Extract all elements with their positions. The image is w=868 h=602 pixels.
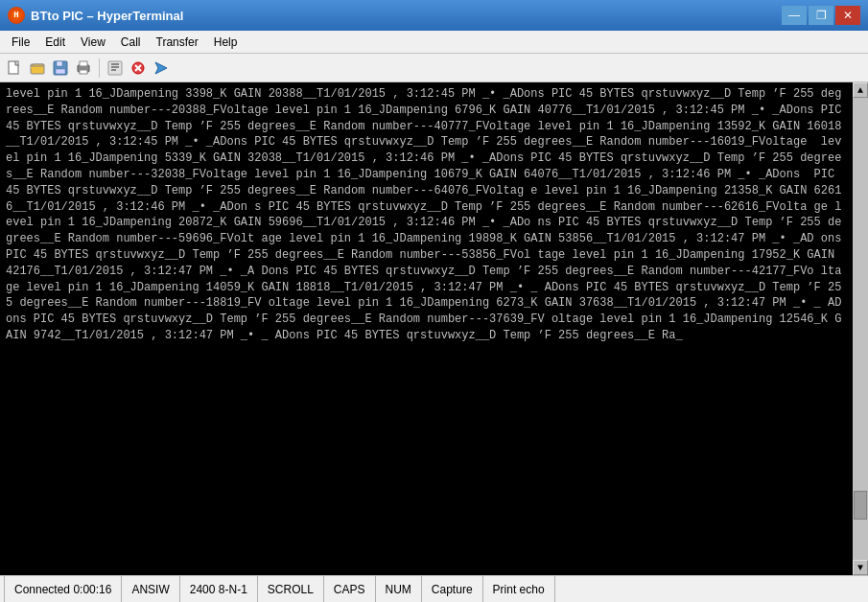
status-scroll[interactable]: SCROLL (258, 576, 324, 602)
minimize-button[interactable]: — (782, 6, 807, 25)
toolbar-properties-button[interactable] (105, 58, 126, 79)
toolbar-open-button[interactable] (27, 58, 48, 79)
titlebar-controls: — ❐ ✕ (782, 6, 860, 25)
status-print-echo[interactable]: Print echo (483, 576, 555, 602)
svg-rect-5 (56, 69, 65, 74)
status-capture[interactable]: Capture (422, 576, 483, 602)
scrollbar-up-arrow[interactable]: ▲ (853, 82, 868, 98)
terminal-output[interactable]: level pin 1 16_JDampening 3398_K GAIN 20… (0, 82, 853, 575)
menu-file[interactable]: File (4, 34, 37, 51)
svg-marker-16 (155, 62, 167, 74)
toolbar (0, 54, 868, 82)
menu-transfer[interactable]: Transfer (149, 34, 206, 51)
menu-help[interactable]: Help (206, 34, 246, 51)
toolbar-save-button[interactable] (50, 58, 71, 79)
svg-rect-9 (108, 61, 122, 75)
scrollbar-down-arrow[interactable]: ▼ (853, 560, 868, 575)
scrollbar-thumb[interactable] (854, 491, 867, 520)
status-baud: 2400 8-N-1 (180, 576, 258, 602)
svg-rect-7 (80, 61, 87, 66)
terminal-container: level pin 1 16_JDampening 3398_K GAIN 20… (0, 82, 868, 575)
maximize-button[interactable]: ❐ (809, 6, 833, 25)
menubar: File Edit View Call Transfer Help (0, 31, 868, 54)
close-button[interactable]: ✕ (835, 6, 860, 25)
toolbar-send-button[interactable] (151, 58, 172, 79)
menu-view[interactable]: View (73, 34, 113, 51)
titlebar: H BTto PIC – HyperTerminal — ❐ ✕ (0, 0, 868, 31)
scrollbar-track[interactable] (853, 98, 868, 560)
toolbar-new-button[interactable] (4, 58, 25, 79)
menu-edit[interactable]: Edit (37, 34, 73, 51)
svg-rect-4 (57, 61, 62, 66)
svg-rect-8 (80, 70, 87, 74)
menu-call[interactable]: Call (113, 34, 149, 51)
status-connected: Connected 0:00:16 (4, 576, 122, 602)
statusbar: Connected 0:00:16 ANSIW 2400 8-N-1 SCROL… (0, 575, 868, 602)
toolbar-print-button[interactable] (73, 58, 94, 79)
status-encoding: ANSIW (122, 576, 179, 602)
terminal-scrollbar[interactable]: ▲ ▼ (853, 82, 868, 575)
status-num[interactable]: NUM (376, 576, 422, 602)
status-caps[interactable]: CAPS (324, 576, 376, 602)
toolbar-separator-1 (99, 58, 100, 78)
toolbar-disconnect-button[interactable] (128, 58, 149, 79)
titlebar-left: H BTto PIC – HyperTerminal (8, 7, 183, 24)
titlebar-title: BTto PIC – HyperTerminal (31, 9, 183, 23)
app-icon: H (8, 7, 25, 24)
